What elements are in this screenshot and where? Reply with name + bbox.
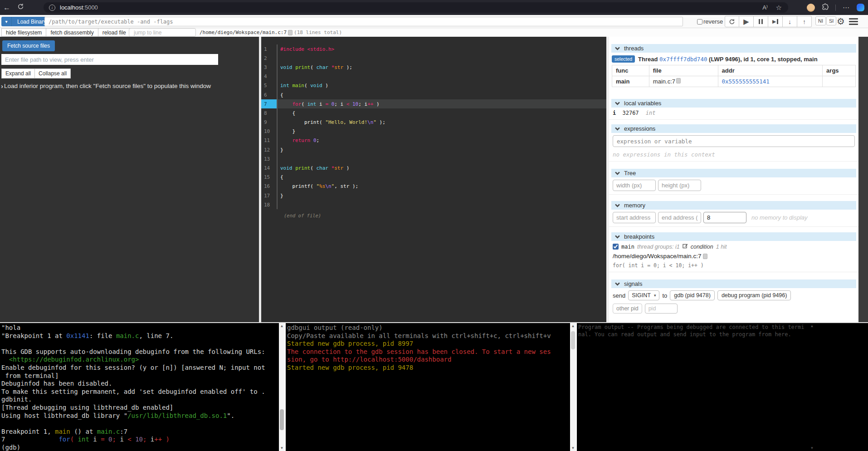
hide-filesystem-button[interactable]: hide filesystem [1, 28, 46, 37]
line-number[interactable]: 5 [261, 81, 278, 90]
load-binary-dropdown-caret[interactable]: ▾ [1, 17, 12, 26]
line-number[interactable]: 1 [261, 44, 278, 54]
collapse-all-button[interactable]: Collapse all [35, 69, 71, 78]
memory-section-header[interactable]: memory [611, 201, 856, 210]
jump-to-line-input[interactable] [129, 28, 196, 37]
scroll-up-icon[interactable]: ▲ [810, 323, 814, 329]
read-aloud-icon[interactable]: A) [762, 4, 767, 11]
reload-file-button[interactable]: reload file [98, 28, 131, 37]
line-number[interactable]: 11 [261, 136, 278, 145]
terminal-scrollbar[interactable]: ▲ ▼ [809, 323, 815, 451]
line-number[interactable]: 17 [261, 191, 278, 200]
fetch-disassembly-button[interactable]: fetch disassembly [46, 28, 98, 37]
browser-refresh-icon[interactable] [14, 3, 27, 12]
memory-end-input[interactable] [658, 212, 701, 223]
terminal-scrollbar[interactable]: ▲ ▼ [279, 323, 285, 451]
scroll-up-icon[interactable]: ▲ [571, 323, 575, 329]
tree-section-header[interactable]: Tree [611, 169, 856, 177]
line-number[interactable]: 2 [261, 54, 278, 63]
step-out-button[interactable]: ↑ [797, 16, 812, 27]
menu-hamburger-icon[interactable] [849, 18, 858, 26]
line-number[interactable]: 18 [261, 200, 278, 209]
tree-height-input[interactable] [658, 180, 701, 191]
page-scrollbar-track[interactable] [858, 37, 868, 322]
profile-avatar[interactable] [807, 4, 815, 12]
thread-address[interactable]: 0x7ffff7dbd740 [659, 56, 707, 63]
send-label: send [613, 292, 625, 299]
more-menu-icon[interactable]: ⋯ [843, 4, 850, 12]
scroll-up-icon[interactable]: ▲ [280, 323, 284, 329]
file-indicator-icon[interactable] [288, 30, 293, 35]
settings-gear-icon[interactable]: ⚙ [837, 16, 845, 27]
extensions-icon[interactable] [822, 3, 829, 12]
threads-section-header[interactable]: threads [611, 44, 856, 53]
breakpoint-condition-label[interactable]: condition [691, 244, 713, 250]
line-number[interactable]: 7 [261, 99, 278, 108]
copilot-icon[interactable] [857, 4, 864, 11]
edit-condition-icon[interactable] [683, 243, 688, 250]
gdb-terminal[interactable]: "hola"Breakpoint 1 at 0x1141: file main.… [0, 323, 286, 451]
tree-width-input[interactable] [613, 180, 656, 191]
breakpoint-enabled-checkbox[interactable] [613, 244, 619, 250]
site-info-icon[interactable]: i [49, 5, 55, 11]
file-indicator-icon[interactable] [676, 78, 681, 83]
line-number[interactable]: 9 [261, 118, 278, 127]
local-variable-row[interactable]: i 32767 int [613, 110, 855, 116]
binary-path-input[interactable] [44, 17, 683, 26]
threads-title: threads [624, 45, 644, 52]
memory-bytes-input[interactable] [703, 212, 746, 223]
pid-input[interactable] [645, 304, 678, 314]
signal-select[interactable]: SIGINT ▾ [628, 290, 659, 300]
line-number[interactable]: 3 [261, 63, 278, 72]
expand-all-button[interactable]: Expand all [1, 69, 35, 78]
scrollbar-thumb[interactable] [280, 409, 284, 430]
next-instruction-button[interactable]: NI [815, 16, 826, 25]
reverse-checkbox[interactable] [697, 19, 702, 25]
expressions-section-header[interactable]: expressions [611, 124, 856, 133]
code-line: 1#include <stdio.h> [261, 44, 606, 54]
code-line: 13 [261, 154, 606, 163]
address-bar[interactable]: i localhost:5000 A) ☆ [44, 2, 788, 13]
line-number[interactable]: 16 [261, 182, 278, 191]
memory-start-input[interactable] [613, 212, 656, 223]
breakpoint-thread-groups: thread groups: i1 [637, 244, 680, 250]
line-number[interactable]: 14 [261, 163, 278, 172]
terminal-line: Breakpoint 1, main () at main.c:7 [1, 428, 283, 436]
line-number[interactable]: 15 [261, 173, 278, 182]
line-number[interactable]: 12 [261, 145, 278, 154]
continue-button[interactable]: ▶ [739, 16, 754, 27]
signals-section-header[interactable]: signals [611, 279, 856, 288]
step-into-button[interactable]: ↓ [783, 16, 797, 27]
file-path-input[interactable] [1, 54, 218, 65]
locals-section-header[interactable]: local variables [611, 99, 856, 108]
breakpoints-section-header[interactable]: breakpoints [611, 232, 856, 241]
thread-description: Thread 0x7ffff7dbd740 (LWP 9496), id 1, … [638, 56, 818, 63]
threads-cell-file[interactable]: main.c:7 [649, 76, 718, 87]
scroll-down-icon[interactable]: ▼ [571, 445, 575, 451]
threads-cell-addr[interactable]: 0x555555555141 [718, 76, 823, 87]
pause-button[interactable] [754, 16, 768, 27]
line-number[interactable]: 10 [261, 127, 278, 136]
expression-input[interactable] [613, 135, 855, 147]
line-number[interactable]: 13 [261, 154, 278, 163]
favorite-star-icon[interactable]: ☆ [776, 4, 782, 12]
line-number[interactable]: 6 [261, 90, 278, 99]
line-number[interactable]: 8 [261, 108, 278, 118]
scrollbar-thumb[interactable] [571, 331, 575, 349]
step-instruction-button[interactable]: SI [826, 16, 836, 25]
signals-title: signals [624, 280, 642, 287]
back-icon[interactable]: ← [0, 4, 14, 12]
restart-debugging-button[interactable] [725, 16, 739, 27]
selected-badge: selected [612, 55, 635, 63]
program-output-terminal[interactable]: Program output -- Programs being debugge… [577, 323, 868, 451]
scroll-down-icon[interactable]: ▼ [280, 445, 284, 451]
send-to-program-button[interactable]: debug program (pid 9496) [717, 290, 791, 300]
threads-column-header: file [649, 65, 718, 76]
scroll-down-icon[interactable]: ▼ [810, 445, 814, 451]
next-button[interactable]: ▶ [768, 16, 783, 27]
file-indicator-icon[interactable] [703, 254, 707, 259]
fetch-source-files-button[interactable]: Fetch source files [2, 40, 55, 51]
line-number[interactable]: 4 [261, 72, 278, 81]
breakpoint-path[interactable]: /home/diego/Wokspace/main.c:7 [613, 253, 702, 260]
send-to-gdb-button[interactable]: gdb (pid 9478) [670, 290, 715, 300]
